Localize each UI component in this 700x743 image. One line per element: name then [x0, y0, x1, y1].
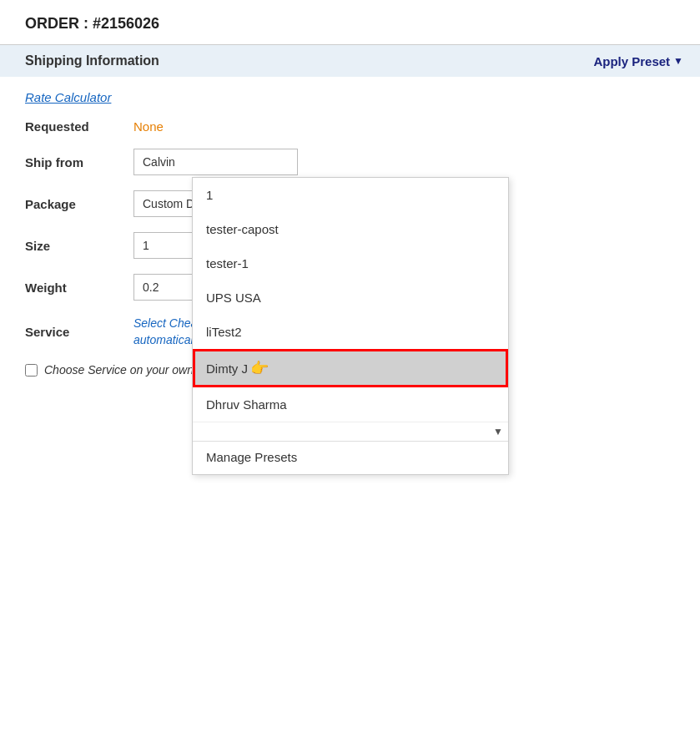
choose-service-label: Choose Service on your own	[44, 363, 194, 377]
page-wrapper: ORDER : #2156026 Shipping Information Ap…	[0, 0, 700, 743]
ship-from-row: Ship from	[25, 149, 675, 175]
ship-from-label: Ship from	[25, 155, 133, 169]
apply-preset-label: Apply Preset	[593, 54, 670, 68]
dropdown-item-item-1[interactable]: 1	[193, 178, 508, 212]
requested-label: Requested	[25, 119, 133, 134]
weight-label: Weight	[25, 281, 133, 295]
apply-preset-button[interactable]: Apply Preset ▼	[593, 54, 683, 68]
apply-preset-caret: ▼	[673, 55, 683, 67]
order-header: ORDER : #2156026	[0, 0, 700, 45]
preset-dropdown: 1tester-caposttester-1UPS USAliTest2Dimt…	[192, 177, 509, 475]
requested-row: Requested None	[25, 119, 675, 134]
rate-calculator-link[interactable]: Rate Calculator	[25, 90, 111, 104]
order-title: ORDER : #2156026	[25, 15, 159, 32]
dropdown-scroll-arrow: ▼	[193, 422, 508, 441]
dropdown-scroll-area[interactable]: 1tester-caposttester-1UPS USAliTest2Dimt…	[193, 178, 508, 422]
manage-presets-item[interactable]: Manage Presets	[193, 441, 508, 474]
ship-from-input[interactable]	[133, 149, 298, 175]
dropdown-item-item-tester-capost[interactable]: tester-capost	[193, 212, 508, 246]
service-label: Service	[25, 325, 133, 339]
dropdown-item-item-tester-1[interactable]: tester-1	[193, 246, 508, 281]
package-label: Package	[25, 197, 133, 211]
choose-service-checkbox[interactable]	[25, 364, 38, 377]
dropdown-item-item-dimty-j[interactable]: Dimty J 👈	[193, 349, 508, 387]
requested-value: None	[133, 119, 164, 134]
shipping-title: Shipping Information	[25, 53, 159, 68]
dropdown-item-item-jitest2[interactable]: liTest2	[193, 315, 508, 349]
dropdown-item-item-ups-usa[interactable]: UPS USA	[193, 281, 508, 315]
main-content: Rate Calculator Requested None Ship from…	[0, 77, 700, 390]
shipping-section: Shipping Information Apply Preset ▼	[0, 45, 700, 77]
size-label: Size	[25, 239, 133, 253]
dropdown-item-item-dhruv-sharma[interactable]: Dhruv Sharma	[193, 387, 508, 422]
